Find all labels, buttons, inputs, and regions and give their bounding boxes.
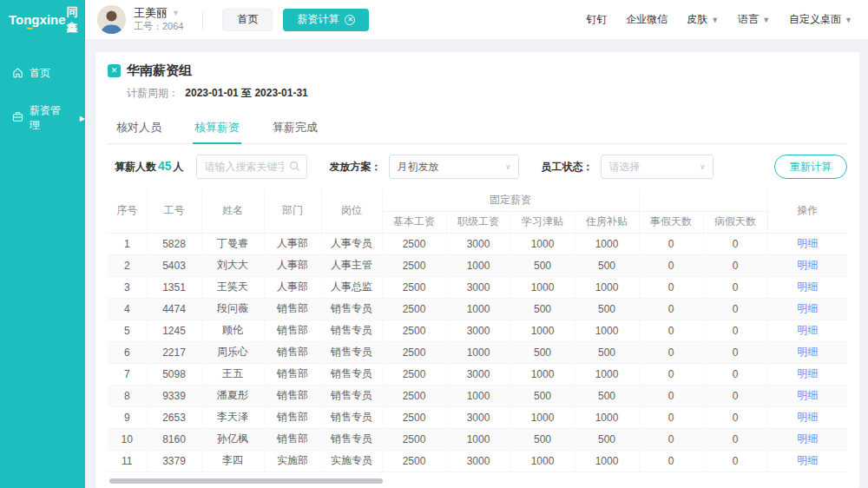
tab-calc-done[interactable]: 算薪完成	[271, 113, 319, 143]
cell: 1000	[446, 385, 510, 406]
chevron-down-icon: ▼	[172, 9, 180, 18]
headcount-unit: 人	[174, 161, 184, 173]
cell: 1000	[446, 428, 510, 450]
cell: 8160	[147, 428, 201, 450]
salary-table: 序号 工号 姓名 部门 岗位 固定薪资 操作 基本工资 职级工资	[108, 189, 847, 485]
payroll-card: ✕ 华南薪资组 计薪周期： 2023-01-01 至 2023-01-31 核对…	[95, 52, 859, 488]
detail-link[interactable]: 明细	[797, 346, 818, 358]
horizontal-scrollbar	[108, 478, 847, 485]
detail-link[interactable]: 明细	[797, 432, 818, 445]
cell: 2500	[382, 450, 446, 472]
status-label: 员工状态：	[542, 160, 594, 175]
cell: 0	[703, 406, 767, 428]
brand-logo[interactable]: Tongxine 同鑫	[0, 0, 85, 39]
topbar: 王美丽 ▼ 工号：2064 首页 薪资计算 ✕ 钉钉 企业微信 皮肤▼ 语言▼ …	[85, 0, 868, 39]
employee-id-value: 2064	[162, 21, 183, 31]
filter-bar: 算薪人数45人 发放方案： 月初发放 ∨ 员工状态： 请选择 ∨	[108, 155, 847, 179]
page-title: 华南薪资组	[127, 63, 192, 79]
status-select[interactable]: 请选择 ∨	[601, 155, 713, 179]
period-label: 计薪周期：	[127, 87, 179, 99]
status-select-placeholder: 请选择	[609, 160, 641, 175]
table-row: 44474 段问薇销售部 销售专员2500 1000500 5000 0 明细	[108, 298, 847, 320]
cell: 2500	[382, 385, 446, 406]
cell: 2500	[382, 341, 446, 363]
detail-link[interactable]: 明细	[797, 367, 818, 379]
cell: 周乐心	[201, 341, 264, 363]
window-tab-home[interactable]: 首页	[222, 9, 273, 31]
cell: 段问薇	[201, 298, 264, 320]
window-tab-payroll-calc[interactable]: 薪资计算 ✕	[283, 9, 369, 31]
detail-link[interactable]: 明细	[797, 280, 818, 293]
cell: 2500	[382, 254, 446, 276]
cell: 7	[108, 363, 147, 385]
content-area: ✕ 华南薪资组 计薪周期： 2023-01-01 至 2023-01-31 核对…	[85, 39, 868, 488]
cell: 丁曼睿	[201, 233, 264, 254]
chevron-down-icon: ∨	[505, 162, 511, 171]
table-row: 51245 顾伦销售部 销售专员2500 30001000 10000 0 明细	[108, 320, 847, 341]
cell: 1000	[575, 320, 639, 341]
scrollbar-thumb[interactable]	[109, 478, 383, 484]
link-wecom[interactable]: 企业微信	[626, 12, 667, 27]
cell: 1000	[446, 341, 510, 363]
detail-link[interactable]: 明细	[797, 324, 818, 336]
cell: 3000	[446, 233, 510, 254]
cell: 0	[703, 450, 767, 472]
col-grade-salary: 职级工资	[446, 211, 510, 233]
cell: 3000	[446, 363, 510, 385]
detail-link[interactable]: 明细	[797, 389, 818, 401]
link-dingtalk[interactable]: 钉钉	[586, 12, 607, 27]
cell: 10	[108, 428, 147, 450]
link-language[interactable]: 语言▼	[738, 12, 770, 27]
cell: 0	[703, 254, 767, 276]
cell: 0	[703, 320, 767, 341]
cell: 1000	[575, 276, 639, 298]
cell: 1000	[510, 363, 575, 385]
link-custom-desktop[interactable]: 自定义桌面▼	[789, 12, 852, 27]
sidebar-item-home[interactable]: 首页	[0, 58, 85, 89]
cell: 销售专员	[321, 406, 382, 428]
cell: 实施专员	[321, 450, 382, 472]
avatar[interactable]	[97, 5, 126, 34]
detail-link[interactable]: 明细	[797, 302, 818, 314]
detail-link[interactable]: 明细	[797, 454, 818, 466]
cell: 2653	[147, 406, 201, 428]
link-label: 语言	[738, 12, 759, 27]
cell: 王五	[201, 363, 264, 385]
sidebar: Tongxine 同鑫 首页 薪资管理 ▶	[0, 0, 85, 488]
cell: 人事主管	[321, 254, 382, 276]
sidebar-menu: 首页 薪资管理 ▶	[0, 39, 85, 141]
col-group-leave	[639, 189, 767, 211]
detail-link[interactable]: 明细	[797, 259, 818, 271]
table-row: 25403 刘大大人事部 人事主管2500 1000500 5000 0 明细	[108, 254, 847, 276]
cell: 销售部	[264, 385, 321, 406]
divider	[202, 10, 203, 30]
chevron-down-icon: ▼	[845, 16, 852, 24]
link-label: 企业微信	[626, 12, 667, 27]
cell: 4	[108, 298, 147, 320]
cell: 5098	[147, 363, 201, 385]
cell: 0	[639, 428, 703, 450]
detail-link[interactable]: 明细	[797, 411, 818, 423]
tab-calc-salary[interactable]: 核算薪资	[193, 113, 241, 143]
tab-check-staff[interactable]: 核对人员	[115, 113, 163, 143]
link-skin[interactable]: 皮肤▼	[687, 12, 719, 27]
detail-link[interactable]: 明细	[797, 237, 818, 249]
recalculate-button[interactable]: 重新计算	[774, 155, 847, 179]
cell: 1000	[575, 363, 639, 385]
logo-smile-icon	[26, 25, 34, 30]
sidebar-item-payroll[interactable]: 薪资管理 ▶	[0, 96, 85, 141]
user-name: 王美丽	[134, 6, 168, 20]
close-icon[interactable]: ✕	[345, 15, 355, 25]
cell: 4474	[147, 298, 201, 320]
cell: 销售部	[264, 341, 321, 363]
brand-logo-text-en: Tongxine	[9, 12, 66, 27]
user-menu[interactable]: 王美丽 ▼ 工号：2064	[134, 6, 183, 33]
cell: 1000	[575, 233, 639, 254]
link-label: 自定义桌面	[789, 12, 841, 27]
cell: 李天泽	[201, 406, 264, 428]
cell: 销售部	[264, 406, 321, 428]
cell: 2500	[382, 233, 446, 254]
plan-label: 发放方案：	[330, 160, 382, 175]
cell: 人事部	[264, 254, 321, 276]
plan-select[interactable]: 月初发放 ∨	[389, 155, 519, 179]
